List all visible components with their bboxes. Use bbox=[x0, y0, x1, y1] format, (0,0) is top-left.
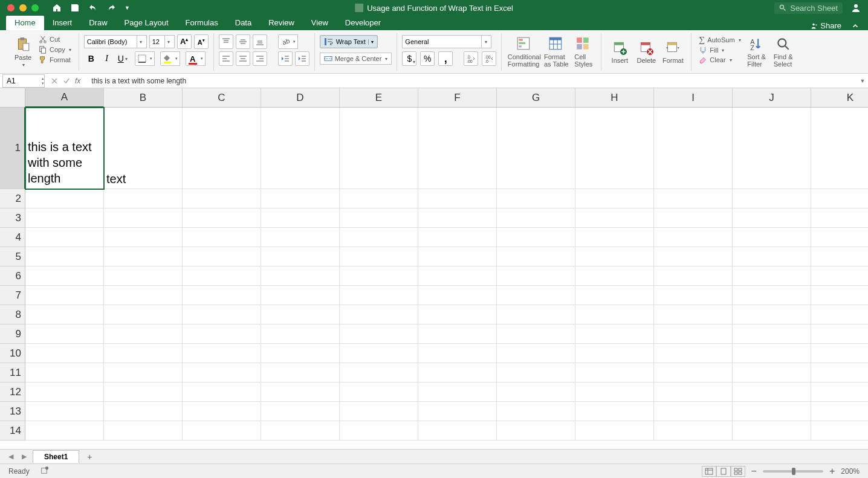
currency-icon[interactable]: $▾ bbox=[402, 51, 416, 66]
sheet-nav-prev-icon[interactable]: ◀ bbox=[6, 453, 16, 460]
column-header[interactable]: A bbox=[25, 88, 104, 108]
cell[interactable] bbox=[575, 247, 654, 266]
cell[interactable] bbox=[261, 247, 340, 266]
column-header[interactable]: K bbox=[811, 88, 868, 108]
comma-icon[interactable]: , bbox=[438, 51, 453, 66]
cell[interactable] bbox=[497, 189, 575, 208]
cell[interactable] bbox=[261, 383, 340, 402]
cell[interactable] bbox=[183, 208, 261, 228]
search-sheet-input[interactable]: Search Sheet bbox=[774, 2, 843, 14]
cell[interactable] bbox=[575, 325, 654, 344]
cell[interactable] bbox=[654, 421, 733, 441]
decrease-font-icon[interactable]: A▾ bbox=[194, 34, 209, 49]
delete-cells-button[interactable]: Delete bbox=[633, 33, 659, 71]
minimize-window-icon[interactable] bbox=[19, 4, 27, 11]
maximize-window-icon[interactable] bbox=[31, 4, 39, 11]
cell[interactable] bbox=[25, 402, 104, 421]
cell[interactable] bbox=[575, 421, 654, 441]
column-header[interactable]: E bbox=[340, 88, 418, 108]
cell-styles-button[interactable]: Cell Styles bbox=[571, 33, 596, 71]
bold-icon[interactable]: B bbox=[84, 51, 99, 66]
cell[interactable] bbox=[340, 286, 418, 305]
cell[interactable] bbox=[497, 363, 575, 383]
cell[interactable] bbox=[418, 383, 497, 402]
font-color-icon[interactable]: A▾ bbox=[186, 51, 200, 66]
cell[interactable] bbox=[418, 344, 497, 363]
add-sheet-icon[interactable]: + bbox=[83, 451, 96, 463]
cell[interactable] bbox=[340, 108, 418, 189]
macro-record-icon[interactable] bbox=[40, 466, 49, 476]
cell[interactable] bbox=[25, 363, 104, 383]
tab-draw[interactable]: Draw bbox=[80, 16, 115, 30]
cell[interactable] bbox=[418, 305, 497, 325]
percent-icon[interactable]: % bbox=[420, 51, 435, 66]
format-painter-button[interactable]: Format bbox=[36, 55, 74, 65]
zoom-out-icon[interactable]: − bbox=[751, 466, 757, 477]
cell[interactable] bbox=[654, 363, 733, 383]
cell[interactable] bbox=[654, 383, 733, 402]
cell[interactable] bbox=[733, 286, 811, 305]
cell[interactable] bbox=[183, 421, 261, 441]
cell[interactable] bbox=[575, 305, 654, 325]
format-as-table-button[interactable]: Format as Table bbox=[542, 33, 571, 71]
find-select-button[interactable]: Find & Select bbox=[770, 33, 797, 71]
cell[interactable] bbox=[104, 228, 183, 247]
cell[interactable] bbox=[811, 286, 868, 305]
cell[interactable] bbox=[261, 402, 340, 421]
column-header[interactable]: H bbox=[575, 88, 654, 108]
cell[interactable] bbox=[654, 208, 733, 228]
page-layout-view-icon[interactable] bbox=[716, 466, 731, 477]
cell[interactable] bbox=[104, 344, 183, 363]
row-header[interactable]: 11 bbox=[0, 363, 25, 383]
column-header[interactable]: B bbox=[104, 88, 183, 108]
row-header[interactable]: 2 bbox=[0, 189, 25, 208]
cell[interactable] bbox=[340, 228, 418, 247]
cell[interactable] bbox=[261, 305, 340, 325]
cell[interactable] bbox=[104, 286, 183, 305]
column-header[interactable]: F bbox=[418, 88, 497, 108]
share-button[interactable]: Share bbox=[809, 21, 841, 30]
cell[interactable] bbox=[497, 247, 575, 266]
align-left-icon[interactable] bbox=[219, 51, 233, 66]
cell[interactable] bbox=[733, 266, 811, 286]
align-middle-icon[interactable] bbox=[236, 34, 250, 49]
worksheet-grid[interactable]: ABCDEFGHIJK1this is a text with some len… bbox=[0, 88, 868, 449]
increase-indent-icon[interactable] bbox=[295, 51, 309, 66]
formula-expand-icon[interactable]: ▼ bbox=[857, 78, 868, 84]
cell[interactable] bbox=[733, 363, 811, 383]
cell[interactable] bbox=[733, 402, 811, 421]
cell[interactable] bbox=[497, 383, 575, 402]
tab-home[interactable]: Home bbox=[6, 16, 44, 30]
column-header[interactable]: J bbox=[733, 88, 811, 108]
cell[interactable] bbox=[183, 266, 261, 286]
cell[interactable] bbox=[183, 402, 261, 421]
select-all-corner[interactable] bbox=[0, 88, 25, 108]
cell[interactable] bbox=[575, 383, 654, 402]
cell[interactable] bbox=[575, 286, 654, 305]
cell[interactable] bbox=[104, 421, 183, 441]
cell[interactable] bbox=[104, 363, 183, 383]
cell[interactable] bbox=[183, 189, 261, 208]
increase-font-icon[interactable]: A▴ bbox=[177, 34, 192, 49]
cell[interactable] bbox=[104, 266, 183, 286]
sort-filter-button[interactable]: AZ Sort & Filter bbox=[743, 33, 770, 71]
cell[interactable] bbox=[418, 208, 497, 228]
cell[interactable] bbox=[733, 383, 811, 402]
cell[interactable] bbox=[25, 189, 104, 208]
merge-center-button[interactable]: Merge & Center▾ bbox=[320, 53, 392, 65]
cell[interactable] bbox=[183, 228, 261, 247]
cell[interactable] bbox=[418, 402, 497, 421]
row-header[interactable]: 6 bbox=[0, 266, 25, 286]
cell[interactable] bbox=[418, 286, 497, 305]
cell[interactable] bbox=[104, 247, 183, 266]
row-header[interactable]: 9 bbox=[0, 325, 25, 344]
row-header[interactable]: 12 bbox=[0, 383, 25, 402]
underline-icon[interactable]: U▾ bbox=[115, 51, 130, 66]
align-bottom-icon[interactable] bbox=[253, 34, 267, 49]
cell[interactable] bbox=[497, 266, 575, 286]
orientation-icon[interactable]: ab▾ bbox=[278, 34, 293, 49]
autosum-button[interactable]: ∑AutoSum▾ bbox=[696, 34, 743, 45]
tab-developer[interactable]: Developer bbox=[337, 16, 389, 30]
borders-icon[interactable]: ▾ bbox=[135, 51, 149, 66]
cell[interactable] bbox=[418, 228, 497, 247]
